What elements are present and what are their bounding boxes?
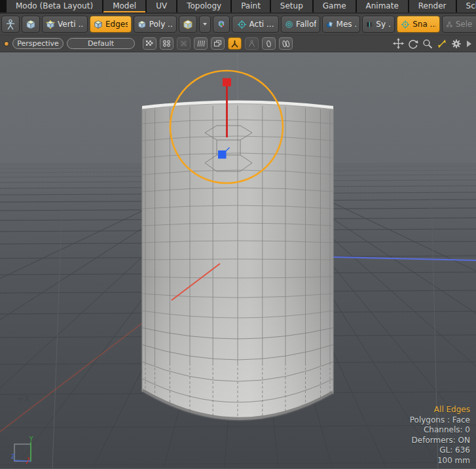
tab-setup[interactable]: Setup (271, 0, 312, 12)
capsule-two-button[interactable] (279, 37, 293, 50)
cube-edges-icon (94, 20, 103, 29)
view-type-button[interactable]: Perspective (12, 38, 64, 49)
mode-dropdown-button[interactable] (199, 16, 211, 33)
shading-style-button[interactable]: Default (67, 38, 135, 49)
vertices-mode-button[interactable]: Verti ... (42, 16, 88, 33)
symmetry-button[interactable]: Sy ... (362, 16, 395, 33)
action-center-button[interactable]: Acti ... (232, 16, 279, 33)
gizmo-x-label: x (27, 456, 30, 462)
snapping-label: Sna ... (412, 20, 436, 29)
gizmo-z-label: Z (11, 453, 15, 460)
viewport-status-dot (4, 41, 9, 46)
modo-window: Modo (Beta Layout) Model UV Topology Pai… (0, 0, 476, 469)
viewport-scene (0, 52, 476, 468)
info-selection-mode: All Edges (410, 405, 470, 415)
copy-plane-icon (213, 40, 222, 47)
chevron-down-icon (203, 22, 207, 26)
falloff-cone-button[interactable] (245, 37, 259, 50)
symmetry-icon (366, 20, 373, 29)
mesh-constraint-label: Mes ... (337, 20, 356, 29)
capsule-one-button[interactable] (262, 37, 276, 50)
select-molecule-icon (446, 20, 453, 29)
zoom-icon[interactable] (422, 39, 433, 49)
cone-person-icon (247, 40, 256, 48)
vertices-label: Verti ... (58, 20, 84, 29)
person-icon (5, 18, 16, 31)
checker-small-icon (145, 40, 154, 47)
edges-mode-button[interactable]: Edges (90, 16, 132, 33)
cube-outline-icon (183, 19, 193, 30)
symmetry-label: Sy ... (376, 20, 391, 29)
checker-large-icon (162, 40, 171, 47)
item-cube-button[interactable] (179, 16, 197, 33)
mesh-constraint-icon (326, 20, 334, 29)
info-channels: Channels: 0 (410, 425, 470, 436)
select-label: Sele ... (456, 20, 475, 29)
falloff-label: Falloff (296, 20, 316, 29)
layout-tab-bar: Modo (Beta Layout) Model UV Topology Pai… (0, 0, 476, 14)
mode-toolbar: Verti ... Edges Poly ... (0, 14, 476, 35)
red-handle[interactable] (223, 78, 231, 87)
wireframe-waves-button[interactable] (194, 37, 208, 50)
crosshair-icon (237, 20, 247, 29)
waves-icon (196, 40, 205, 47)
viewport-info-readout: All Edges Polygons : Face Channels: 0 De… (410, 405, 470, 466)
snapping-button[interactable]: Sna ... (397, 16, 440, 33)
tab-render[interactable]: Render (409, 0, 456, 12)
cube-vertices-icon (46, 20, 55, 29)
axis-hint-label: +X (17, 394, 30, 404)
tab-modo-beta-layout[interactable]: Modo (Beta Layout) (7, 0, 102, 12)
polygons-mode-button[interactable]: Poly ... (134, 16, 177, 33)
items-mode-button[interactable] (1, 16, 20, 33)
info-gl: GL: 636 (410, 445, 470, 456)
workplane-gizmo: Y Z x (8, 436, 38, 466)
info-polygons: Polygons : Face (410, 415, 470, 426)
falloff-icon (285, 20, 293, 29)
blue-handle[interactable] (218, 150, 227, 159)
cube-icon (26, 19, 36, 30)
expand-triangle-icon[interactable] (466, 40, 472, 48)
close-x-icon (179, 40, 188, 47)
action-center-label: Acti ... (249, 20, 274, 29)
capsule-icon (265, 40, 273, 48)
tab-paint[interactable]: Paint (232, 0, 270, 12)
component-cube-button[interactable] (22, 16, 40, 33)
gear-icon[interactable] (451, 39, 462, 49)
action-center-mode-button[interactable] (228, 37, 242, 50)
tab-schematic-fusion[interactable]: Schematic Fusion (457, 0, 476, 12)
disable-overlay-button[interactable] (177, 37, 191, 50)
info-deformers: Deformers: ON (410, 436, 470, 446)
gizmo-y-label: Y (29, 436, 33, 442)
tab-topology[interactable]: Topology (177, 0, 230, 12)
capsule-double-icon (282, 40, 290, 48)
pan-icon[interactable] (393, 38, 404, 49)
polygons-label: Poly ... (149, 20, 173, 29)
fit-view-icon[interactable] (437, 39, 447, 49)
shading-checker-large-button[interactable] (160, 37, 174, 50)
viewport-nav-icons (393, 35, 472, 52)
3d-viewport[interactable]: +X Y Z x All Edges Polygons : Face Chann… (0, 52, 476, 469)
tab-game[interactable]: Game (314, 0, 356, 12)
tab-uv[interactable]: UV (147, 0, 176, 12)
select-button[interactable]: Sele ... (442, 16, 476, 33)
action-axis-button[interactable] (213, 16, 230, 33)
info-grid-size: 100 mm (410, 456, 470, 466)
shading-checker-small-button[interactable] (143, 37, 156, 50)
edges-label: Edges (105, 20, 128, 29)
cylinder-mesh[interactable] (142, 101, 333, 421)
action-center-glyph-icon (230, 40, 239, 48)
tab-model[interactable]: Model (103, 0, 145, 12)
copy-plane-button[interactable] (211, 37, 225, 50)
snapping-crosshair-icon (401, 20, 410, 29)
mesh-constraint-button[interactable]: Mes ... (322, 16, 360, 33)
orbit-icon[interactable] (408, 39, 418, 49)
tab-animate[interactable]: Animate (357, 0, 408, 12)
falloff-button[interactable]: Falloff (281, 16, 320, 33)
cube-polygons-icon (137, 20, 147, 29)
viewport-toolbar: Perspective Default (0, 35, 476, 52)
axis-shield-icon (217, 18, 226, 30)
